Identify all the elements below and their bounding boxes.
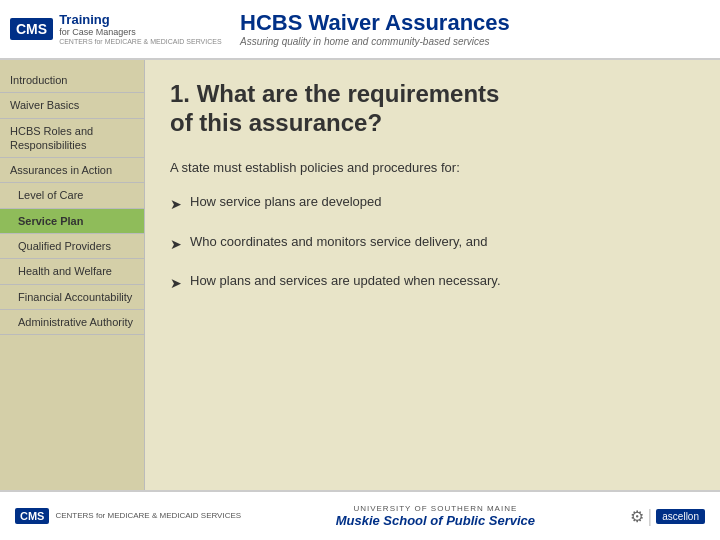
- sidebar-item-health-welfare[interactable]: Health and Welfare: [0, 259, 144, 284]
- content-heading: 1. What are the requirements of this ass…: [170, 80, 695, 138]
- sidebar-item-introduction[interactable]: Introduction: [0, 68, 144, 93]
- training-label: Training: [59, 12, 221, 28]
- cms-logo-box: CMS: [10, 18, 53, 40]
- footer-right: ⚙ | ascellon: [630, 506, 705, 527]
- sidebar-item-hcbs-roles[interactable]: HCBS Roles and Responsibilities: [0, 119, 144, 159]
- content-area: 1. What are the requirements of this ass…: [145, 60, 720, 490]
- bullet-arrow-1: ➤: [170, 193, 182, 215]
- sidebar-item-financial-accountability[interactable]: Financial Accountability: [0, 285, 144, 310]
- bullet-item-1: ➤ How service plans are developed: [170, 192, 695, 215]
- hcbs-subtitle: Assuring quality in home and community-b…: [240, 36, 710, 47]
- bullet-arrow-2: ➤: [170, 233, 182, 255]
- header: CMS Training for Case Managers CENTERS f…: [0, 0, 720, 60]
- header-left: CMS Training for Case Managers CENTERS f…: [10, 12, 230, 47]
- bullet-text-3: How plans and services are updated when …: [190, 271, 501, 292]
- gear-icon: ⚙: [630, 507, 644, 526]
- footer: CMS CENTERS for MEDICARE & MEDICAID SERV…: [0, 490, 720, 540]
- heading-line2: of this assurance?: [170, 109, 382, 136]
- sidebar-item-qualified-providers[interactable]: Qualified Providers: [0, 234, 144, 259]
- bullet-item-2: ➤ Who coordinates and monitors service d…: [170, 232, 695, 255]
- footer-cms-box: CMS: [15, 508, 49, 524]
- footer-middle: UNIVERSITY OF SOUTHERN MAINE Muskie Scho…: [336, 504, 535, 528]
- ascellon-label: ascellon: [656, 509, 705, 524]
- sidebar-item-assurances-in-action[interactable]: Assurances in Action: [0, 158, 144, 183]
- cms-full-label: CENTERS for MEDICARE & MEDICAID SERVICES: [59, 38, 221, 46]
- divider: |: [648, 506, 653, 527]
- sidebar-item-administrative-authority[interactable]: Administrative Authority: [0, 310, 144, 335]
- footer-muskie: Muskie School of Public Service: [336, 513, 535, 528]
- content-body: A state must establish policies and proc…: [170, 158, 695, 295]
- content-intro: A state must establish policies and proc…: [170, 158, 695, 179]
- bullet-item-3: ➤ How plans and services are updated whe…: [170, 271, 695, 294]
- bullet-text-1: How service plans are developed: [190, 192, 382, 213]
- sidebar-item-waiver-basics[interactable]: Waiver Basics: [0, 93, 144, 118]
- header-right: HCBS Waiver Assurances Assuring quality …: [230, 11, 710, 46]
- bullet-text-2: Who coordinates and monitors service del…: [190, 232, 487, 253]
- heading-line1: 1. What are the requirements: [170, 80, 499, 107]
- hcbs-title: HCBS Waiver Assurances: [240, 11, 710, 35]
- sidebar: Introduction Waiver Basics HCBS Roles an…: [0, 60, 145, 490]
- for-label: for Case Managers: [59, 27, 221, 38]
- footer-cms: CMS CENTERS for MEDICARE & MEDICAID SERV…: [15, 508, 241, 524]
- main-layout: Introduction Waiver Basics HCBS Roles an…: [0, 60, 720, 490]
- sidebar-item-service-plan[interactable]: Service Plan: [0, 209, 144, 234]
- footer-cms-full: CENTERS for MEDICARE & MEDICAID SERVICES: [55, 511, 241, 521]
- sidebar-item-level-of-care[interactable]: Level of Care: [0, 183, 144, 208]
- bullet-arrow-3: ➤: [170, 272, 182, 294]
- cms-logo-text: Training for Case Managers CENTERS for M…: [59, 12, 221, 47]
- cms-logo: CMS Training for Case Managers CENTERS f…: [10, 12, 222, 47]
- footer-usm: UNIVERSITY OF SOUTHERN MAINE: [336, 504, 535, 513]
